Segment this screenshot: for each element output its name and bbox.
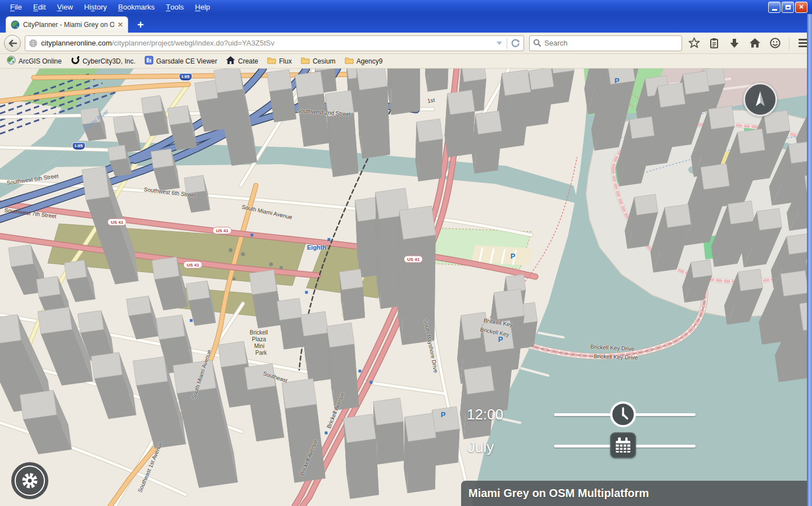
menu-file[interactable]: File [4,0,28,14]
bookmark-star-icon[interactable] [688,37,700,49]
back-button[interactable] [4,35,21,52]
close-button[interactable]: ✕ [795,2,808,13]
window-border [807,14,812,506]
close-icon: ✕ [799,3,804,11]
search-box[interactable] [529,35,682,51]
browser-window: FileEditViewHistoryBookmarksToolsHelp ✕ … [0,0,812,506]
bookmark-label: Create [238,57,258,65]
hello-smiley-icon[interactable] [769,37,781,49]
menu-tools[interactable]: Tools [160,0,190,14]
menu-history[interactable]: History [79,0,112,14]
project-title-bar: Miami Grey on OSM Multiplatform [461,481,808,506]
bookmark-cesium[interactable]: Cesium [297,55,339,68]
bookmark-agency9[interactable]: Agency9 [341,55,386,68]
bookmark-label: Agency9 [357,57,383,65]
time-slider-handle-clock-icon[interactable] [608,400,638,429]
month-slider-handle[interactable] [610,432,636,458]
arc-ring-icon [71,56,80,67]
menu-help[interactable]: Help [190,0,216,14]
minimize-button[interactable] [768,2,781,13]
house-icon [226,56,235,67]
bookmark-label: Garsdale CE Viewer [156,57,218,65]
bookmark-label: Flux [279,57,292,65]
tab-title: CityPlanner - Miami Grey on O... [23,21,114,29]
bookmark-label: CyberCity3D, Inc. [83,57,136,65]
map-viewport: Southwest 2nd Street1stSouthwest 6th Str… [0,69,812,506]
tab-bar: CityPlanner - Miami Grey on O... ✕ + [0,14,812,33]
globe-icon [7,56,16,67]
gear-icon [20,471,40,491]
folder-icon [267,56,276,67]
divider [789,37,790,49]
settings-button[interactable] [11,462,48,499]
back-arrow-icon [7,38,17,48]
menu-edit[interactable]: Edit [28,0,51,14]
toolbar-icons [688,37,810,49]
url-path: /cityplanner/project/webgl/index.do?uid=… [112,39,274,47]
bookmark-flux[interactable]: Flux [264,55,295,68]
tab-close-icon[interactable]: ✕ [118,21,123,29]
tab-cityplanner[interactable]: CityPlanner - Miami Grey on O... ✕ [6,16,128,33]
map-canvas[interactable] [0,69,812,506]
restore-button[interactable] [782,2,794,13]
bookmark-arcgis-online[interactable]: ArcGIS Online [3,55,65,68]
bookmark-garsdale-ce-viewer[interactable]: Garsdale CE Viewer [141,55,221,68]
new-tab-button[interactable]: + [137,19,144,30]
folder-icon [301,56,310,67]
menu-items: FileEditViewHistoryBookmarksToolsHelp [0,0,216,14]
restore-icon [786,5,791,10]
calendar-icon [613,436,633,455]
compass-north-arrow-icon [749,88,772,111]
url-text: cityplanneronline.com/cityplanner/projec… [41,39,492,47]
search-input[interactable] [544,39,668,47]
home-icon[interactable] [748,37,761,49]
bookmark-label: ArcGIS Online [19,57,62,65]
compass-button[interactable] [743,83,777,116]
project-title: Miami Grey on OSM Multiplatform [461,487,649,500]
url-domain: cityplanneronline.com [41,39,112,47]
search-icon [533,39,542,47]
window-controls: ✕ [768,2,812,13]
bookmark-cybercity3d-inc-[interactable]: CyberCity3D, Inc. [67,55,139,68]
time-label: 12:00 [467,406,503,423]
settings-ring [15,466,45,496]
url-bar[interactable]: cityplanneronline.com/cityplanner/projec… [25,35,524,51]
divider [507,38,507,49]
tab-favicon [11,20,20,29]
folder-icon [345,56,354,67]
minimize-icon [772,9,777,11]
bookmarks-toolbar: ArcGIS OnlineCyberCity3D, Inc.Garsdale C… [0,54,812,69]
site-globe-icon [29,39,38,48]
menu-bar: FileEditViewHistoryBookmarksToolsHelp ✕ [0,0,812,14]
bookmark-create[interactable]: Create [223,55,261,68]
menu-view[interactable]: View [51,0,78,14]
month-label: July [468,439,494,456]
reload-icon[interactable] [511,38,520,48]
bookmark-label: Cesium [313,57,336,65]
reading-list-icon[interactable] [708,37,720,49]
navigation-toolbar: cityplanneronline.com/cityplanner/projec… [0,33,812,54]
building-app-icon [145,56,154,67]
menu-bookmarks[interactable]: Bookmarks [112,0,160,14]
download-icon[interactable] [728,37,741,49]
url-dropdown-icon[interactable] [497,42,502,45]
